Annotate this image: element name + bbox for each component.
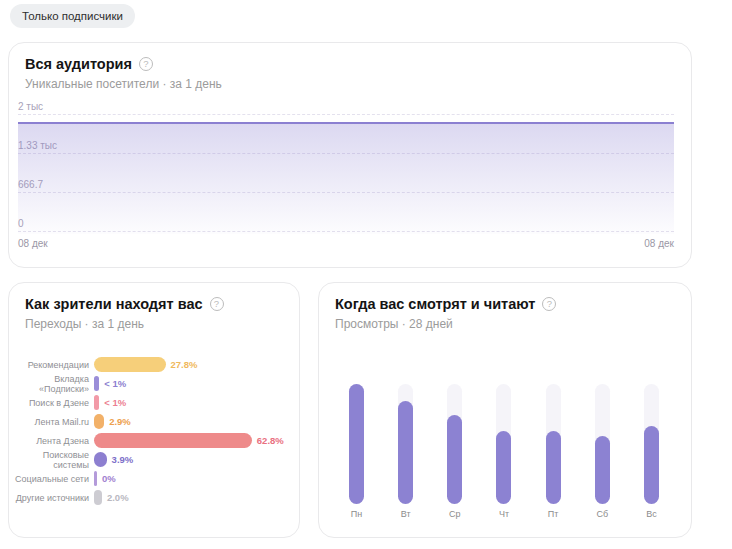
source-row: Социальные сети0% (9, 469, 293, 488)
source-bar (94, 414, 104, 429)
audience-card-subtitle: Уникальные посетители · за 1 день (25, 77, 675, 91)
source-bar (94, 376, 99, 391)
weekday-fill (644, 426, 659, 504)
audience-card-title: Вся аудитория ? (25, 56, 675, 72)
weekday-label: Сб (585, 509, 620, 519)
source-bar (94, 357, 166, 372)
weekday-column: Сб (595, 384, 610, 504)
weekday-bar-chart: ПнВтСрЧтПтСбВс (349, 384, 659, 504)
weekday-column: Чт (496, 384, 511, 504)
weekday-column: Пн (349, 384, 364, 504)
source-label: Социальные сети (9, 474, 94, 484)
source-label: Другие источники (9, 493, 94, 503)
source-label: Лента Дзена (9, 436, 94, 446)
sources-bar-chart: Рекомендации27.8%Вкладка «Подписки»< 1%П… (9, 355, 293, 507)
source-label: Поисковые системы (9, 450, 94, 470)
y-axis-tick: 2 тыс (18, 101, 43, 112)
sources-card: Как зрители находят вас ? Переходы · за … (8, 282, 300, 538)
weekday-label: Пт (536, 509, 571, 519)
weekday-label: Ср (437, 509, 472, 519)
x-axis-label: 08 дек (644, 238, 674, 249)
audience-card-header: Вся аудитория ? Уникальные посетители · … (9, 43, 691, 91)
source-bar (94, 490, 102, 505)
sources-card-subtitle: Переходы · за 1 день (25, 317, 283, 331)
help-icon[interactable]: ? (210, 297, 224, 311)
source-row: Лента Mail.ru2.9% (9, 412, 293, 431)
source-value: < 1% (104, 397, 126, 408)
source-bar (94, 395, 99, 410)
sources-card-title: Как зрители находят вас ? (25, 296, 283, 312)
source-bar (94, 452, 107, 467)
source-bar (94, 433, 252, 448)
gridline (18, 114, 674, 115)
sources-title-text: Как зрители находят вас (25, 296, 203, 312)
source-row: Лента Дзена62.8% (9, 431, 293, 450)
weekday-fill (398, 401, 413, 504)
schedule-card-title: Когда вас смотрят и читают ? (335, 296, 675, 312)
source-label: Лента Mail.ru (9, 417, 94, 427)
source-value: 2.0% (107, 492, 129, 503)
source-value: 62.8% (257, 435, 284, 446)
weekday-column: Вт (398, 384, 413, 504)
weekday-label: Чт (486, 509, 521, 519)
schedule-card-subtitle: Просмотры · 28 дней (335, 317, 675, 331)
weekday-fill (447, 415, 462, 504)
source-value: 3.9% (112, 454, 134, 465)
schedule-card-header: Когда вас смотрят и читают ? Просмотры ·… (319, 283, 691, 331)
source-row: Поисковые системы3.9% (9, 450, 293, 469)
help-icon[interactable]: ? (139, 57, 153, 71)
filter-chip-subscribers-only[interactable]: Только подписчики (10, 4, 135, 28)
weekday-fill (546, 431, 561, 504)
weekday-fill (496, 431, 511, 504)
weekday-label: Вт (388, 509, 423, 519)
x-axis-label: 08 дек (18, 238, 48, 249)
schedule-title-text: Когда вас смотрят и читают (335, 296, 535, 312)
area-series (18, 122, 674, 234)
source-value: 27.8% (171, 359, 198, 370)
weekday-fill (595, 436, 610, 504)
source-label: Рекомендации (9, 360, 94, 370)
schedule-card: Когда вас смотрят и читают ? Просмотры ·… (318, 282, 692, 538)
source-value: 2.9% (109, 416, 131, 427)
weekday-column: Ср (447, 384, 462, 504)
source-row: Вкладка «Подписки»< 1% (9, 374, 293, 393)
source-bar (94, 471, 97, 486)
source-row: Рекомендации27.8% (9, 355, 293, 374)
weekday-label: Вс (634, 509, 669, 519)
source-value: < 1% (104, 378, 126, 389)
audience-title-text: Вся аудитория (25, 56, 132, 72)
source-label: Поиск в Дзене (9, 398, 94, 408)
weekday-column: Вс (644, 384, 659, 504)
help-icon[interactable]: ? (542, 297, 556, 311)
sources-card-header: Как зрители находят вас ? Переходы · за … (9, 283, 299, 331)
source-label: Вкладка «Подписки» (9, 374, 94, 394)
audience-area-chart: 2 тыс1.33 тыс666.7008 дек08 дек (18, 109, 674, 249)
source-value: 0% (102, 473, 116, 484)
source-row: Поиск в Дзене< 1% (9, 393, 293, 412)
weekday-column: Пт (546, 384, 561, 504)
source-row: Другие источники2.0% (9, 488, 293, 507)
weekday-fill (349, 384, 364, 504)
audience-card: Вся аудитория ? Уникальные посетители · … (8, 42, 692, 268)
weekday-label: Пн (339, 509, 374, 519)
